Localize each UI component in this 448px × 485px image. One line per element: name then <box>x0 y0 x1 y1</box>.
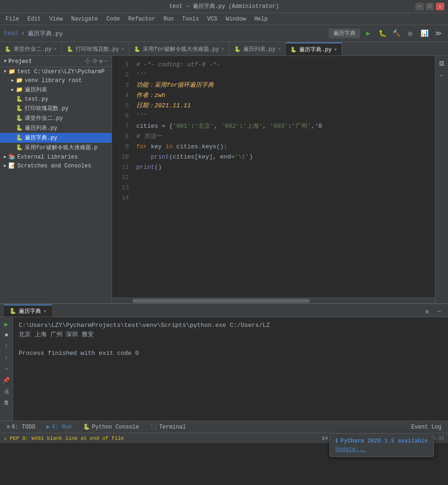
line-number-4: 4 <box>112 90 129 101</box>
tab-close-0[interactable]: ✕ <box>54 46 57 52</box>
clear-button[interactable]: 🗑 <box>1 397 12 408</box>
tree-label-5: 课堂作业二.py <box>25 114 63 122</box>
tree-icon-3: 🐍 <box>16 96 23 103</box>
run-output-text: 北京 上海 广州 深圳 雅安 <box>19 330 442 340</box>
coverage-button[interactable]: ◎ <box>404 28 416 40</box>
bottom-settings[interactable]: ⚙ <box>422 306 432 317</box>
bottom-panel: 🐍 遍历字典 ✕ ⚙ — ▶ ■ ↑ ↓ ⏎ 📌 🖨 🗑 C:\Users\LZ… <box>0 303 448 421</box>
tree-icon-4: 🐍 <box>16 105 23 112</box>
run-exit-message: Process finished with exit code 0 <box>19 349 442 358</box>
print-button[interactable]: 🖨 <box>1 386 12 396</box>
run-config-label[interactable]: 遍历字典 <box>329 28 360 38</box>
settings-icon[interactable]: ⚙ <box>99 58 103 65</box>
tree-icon-8: 🐍 <box>16 144 23 151</box>
minimize-button[interactable]: — <box>415 3 424 10</box>
toolbar: test › 遍历字典.py 遍历字典 ▶ 🐛 🔨 ◎ 📊 ≫ <box>0 25 448 42</box>
tree-item-8[interactable]: 🐍采用for破解令狐大侠难题.p <box>0 143 112 152</box>
debug-button[interactable]: 🐛 <box>376 28 388 40</box>
tree-item-1[interactable]: ▶📁venv library root <box>0 76 112 85</box>
menu-item-run[interactable]: Run <box>160 15 177 23</box>
bottombar-item-2[interactable]: 🐍Python Console <box>80 423 142 431</box>
menu-item-tools[interactable]: Tools <box>178 15 203 23</box>
horizontal-scrollbar[interactable] <box>112 298 435 303</box>
expand-icon[interactable]: — <box>105 58 108 65</box>
tree-item-5[interactable]: 🐍课堂作业二.py <box>0 113 112 123</box>
editor-tab-1[interactable]: 🐍打印玫瑰花数.py✕ <box>62 42 130 55</box>
notif-info-icon: ℹ <box>336 437 338 444</box>
add-icon[interactable]: ➕ <box>84 58 91 65</box>
menu-item-window[interactable]: Window <box>222 15 250 23</box>
run-tab[interactable]: 🐍 遍历字典 ✕ <box>4 305 52 317</box>
run-button[interactable]: ▶ <box>362 28 374 40</box>
tree-label-7: 遍历字典.py <box>25 134 57 142</box>
menu-item-refactor[interactable]: Refactor <box>125 15 159 23</box>
menu-item-code[interactable]: Code <box>103 15 124 23</box>
tab-close-4[interactable]: ✕ <box>334 47 337 52</box>
bottombar-item-3[interactable]: ⬛Terminal <box>147 423 189 431</box>
profile-button[interactable]: 📊 <box>418 28 430 40</box>
tree-icon-1: 📁 <box>16 77 23 84</box>
pin-button[interactable]: 📌 <box>1 375 12 385</box>
bottombar-item-1[interactable]: ▶4: Run <box>44 423 75 431</box>
close-button[interactable]: ✕ <box>436 3 444 10</box>
maximize-button[interactable]: □ <box>426 3 434 10</box>
code-lines[interactable]: # -*- coding: utf-8 -*-'''功能：采用for循环遍历字典… <box>133 56 435 298</box>
soft-wrap-button[interactable]: ⏎ <box>1 364 12 374</box>
tree-item-0[interactable]: ▼📁test C:\Users\LZY\PycharmP <box>0 67 112 76</box>
breadcrumb-separator: › <box>21 30 25 37</box>
bottombar-label-0: 6: TODO <box>12 424 35 430</box>
bottom-minimize[interactable]: — <box>434 306 444 317</box>
bottombar-item-0[interactable]: ≡6: TODO <box>4 423 38 431</box>
tree-item-7[interactable]: 🐍遍历字典.py <box>0 133 112 143</box>
right-btn-2[interactable]: ✂ <box>436 70 448 81</box>
tree-arrow-0: ▼ <box>2 69 8 74</box>
build-button[interactable]: 🔨 <box>390 28 402 40</box>
sync-icon[interactable]: ⟳ <box>93 58 98 65</box>
menu-item-help[interactable]: Help <box>251 15 272 23</box>
scroll-down-button[interactable]: ↓ <box>1 353 12 363</box>
line-number-3: 3 <box>112 80 129 90</box>
editor-tab-0[interactable]: 🐍果堂作业二.py✕ <box>0 42 62 55</box>
scroll-thumb[interactable] <box>133 299 310 303</box>
right-btn-1[interactable]: 🖼 <box>436 58 448 69</box>
line-number-7: 7 <box>112 121 129 132</box>
more-button[interactable]: ≫ <box>432 28 444 40</box>
stop-button[interactable]: ■ <box>1 330 12 340</box>
run-tab-label: 遍历字典 <box>19 307 41 315</box>
editor-tab-4[interactable]: 🐍遍历字典.py✕ <box>286 42 342 55</box>
rerun-button[interactable]: ▶ <box>1 319 12 329</box>
breadcrumb-project: test <box>4 30 18 37</box>
code-line-10: for key in cities.keys(): <box>136 142 435 152</box>
tree-item-6[interactable]: 🐍遍历列表.py <box>0 123 112 133</box>
tree-item-3[interactable]: 🐍test.py <box>0 95 112 104</box>
menu-item-file[interactable]: File <box>2 15 23 23</box>
title-text: test – 遍历字典.py (Administrator) <box>4 2 444 10</box>
tree-item-9[interactable]: ▶📚External Libraries <box>0 152 112 161</box>
notif-update-link[interactable]: Update... <box>336 446 366 453</box>
tab-close-1[interactable]: ✕ <box>121 46 124 52</box>
event-log-item[interactable]: Event Log <box>408 423 444 431</box>
project-sidebar: ▼ Project ➕ ⟳ ⚙ — ▼📁test C:\Users\LZY\Py… <box>0 56 112 303</box>
tree-item-2[interactable]: ▶📁遍历列表 <box>0 85 112 95</box>
editor-tab-2[interactable]: 🐍采用for破解令狐大侠难题.py✕ <box>129 42 229 55</box>
tab-close-3[interactable]: ✕ <box>278 46 280 52</box>
line-number-6: 6 <box>112 111 129 121</box>
menu-item-navigate[interactable]: Navigate <box>67 15 102 23</box>
tree-icon-5: 🐍 <box>16 115 23 122</box>
tab-close-2[interactable]: ✕ <box>222 46 224 52</box>
tree-label-8: 采用for破解令狐大侠难题.p <box>25 144 98 152</box>
code-content: 1234567891011121314 # -*- coding: utf-8 … <box>112 56 435 298</box>
editor-tab-3[interactable]: 🐍遍历列表.py✕ <box>230 42 286 55</box>
menu-item-edit[interactable]: Edit <box>24 15 45 23</box>
run-tab-close[interactable]: ✕ <box>43 308 46 314</box>
scroll-up-button[interactable]: ↑ <box>1 341 12 352</box>
code-line-5: 日期：2021.11.11 <box>136 101 435 111</box>
line-number-13: 13 <box>112 183 129 193</box>
tree-item-4[interactable]: 🐍打印玫瑰花数.py <box>0 104 112 113</box>
bottombar-icon-0: ≡ <box>7 424 10 430</box>
tree-label-2: 遍历列表 <box>25 86 47 94</box>
menu-item-vcs[interactable]: VCS <box>203 15 221 23</box>
menu-item-view[interactable]: View <box>46 15 67 23</box>
tree-item-10[interactable]: ▶📝Scratches and Consoles <box>0 161 112 170</box>
bottombar-icon-2: 🐍 <box>83 423 90 430</box>
